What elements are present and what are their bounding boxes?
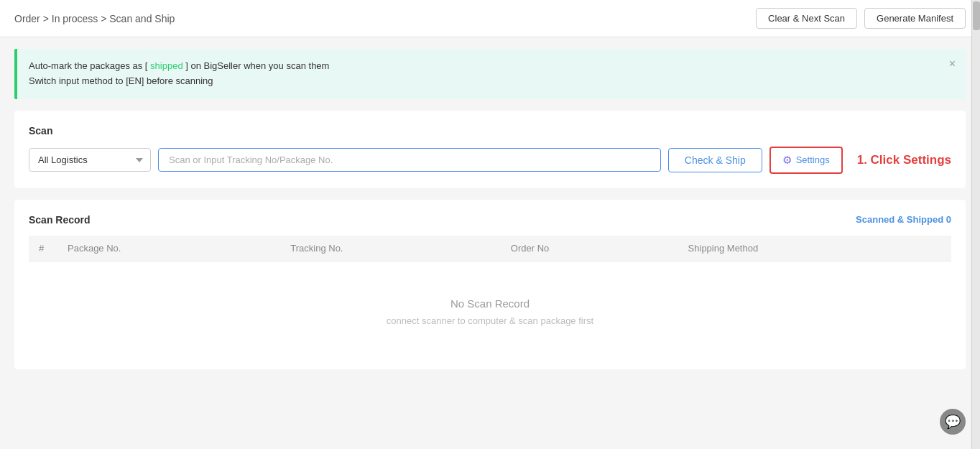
- scan-record-section: Scan Record Scanned & Shipped 0 # Packag…: [14, 200, 966, 369]
- empty-state-subtitle: connect scanner to computer & scan packa…: [29, 315, 951, 326]
- col-shipping-method: Shipping Method: [678, 236, 951, 261]
- scan-record-table: # Package No. Tracking No. Order No Ship…: [29, 236, 951, 355]
- generate-manifest-button[interactable]: Generate Manifest: [864, 8, 966, 29]
- scan-record-header: Scan Record Scanned & Shipped 0: [29, 214, 951, 226]
- chat-icon: 💬: [945, 414, 961, 430]
- page-header: Order > In process > Scan and Ship Clear…: [0, 0, 980, 37]
- main-content: Auto-mark the packages as [ shipped ] on…: [0, 49, 980, 384]
- scan-record-title: Scan Record: [29, 214, 91, 226]
- clear-next-scan-button[interactable]: Clear & Next Scan: [756, 8, 857, 29]
- settings-button[interactable]: ⚙ Settings: [769, 147, 843, 174]
- col-package-no: Package No.: [57, 236, 280, 261]
- scan-input[interactable]: [158, 148, 661, 172]
- scrollbar-thumb: [973, 1, 980, 30]
- col-hash: #: [29, 236, 57, 261]
- table-body: No Scan Record connect scanner to comput…: [29, 261, 951, 355]
- check-ship-button[interactable]: Check & Ship: [668, 148, 762, 172]
- chat-icon-button[interactable]: 💬: [940, 409, 966, 435]
- breadcrumb: Order > In process > Scan and Ship: [14, 13, 175, 24]
- scan-section: Scan All Logistics Check & Ship ⚙ Settin…: [14, 111, 966, 188]
- annotation-text: 1. Click Settings: [857, 153, 951, 167]
- col-order-no: Order No: [501, 236, 678, 261]
- logistics-select[interactable]: All Logistics: [29, 148, 151, 172]
- gear-icon: ⚙: [782, 154, 792, 167]
- scanned-count-label: Scanned & Shipped 0: [856, 214, 951, 225]
- alert-line2: Switch input method to [EN] before scann…: [29, 74, 954, 89]
- alert-close-button[interactable]: ×: [949, 57, 956, 70]
- alert-line1: Auto-mark the packages as [ shipped ] on…: [29, 59, 954, 74]
- col-tracking-no: Tracking No.: [280, 236, 501, 261]
- scrollbar[interactable]: [971, 0, 980, 449]
- empty-state: No Scan Record connect scanner to comput…: [29, 261, 951, 355]
- empty-state-title: No Scan Record: [29, 297, 951, 310]
- alert-banner: Auto-mark the packages as [ shipped ] on…: [14, 49, 966, 99]
- header-actions: Clear & Next Scan Generate Manifest: [756, 8, 966, 29]
- scan-label: Scan: [29, 125, 951, 136]
- scan-controls: All Logistics Check & Ship ⚙ Settings 1.…: [29, 147, 951, 174]
- settings-label: Settings: [796, 154, 830, 165]
- empty-state-row: No Scan Record connect scanner to comput…: [29, 261, 951, 355]
- table-header: # Package No. Tracking No. Order No Ship…: [29, 236, 951, 261]
